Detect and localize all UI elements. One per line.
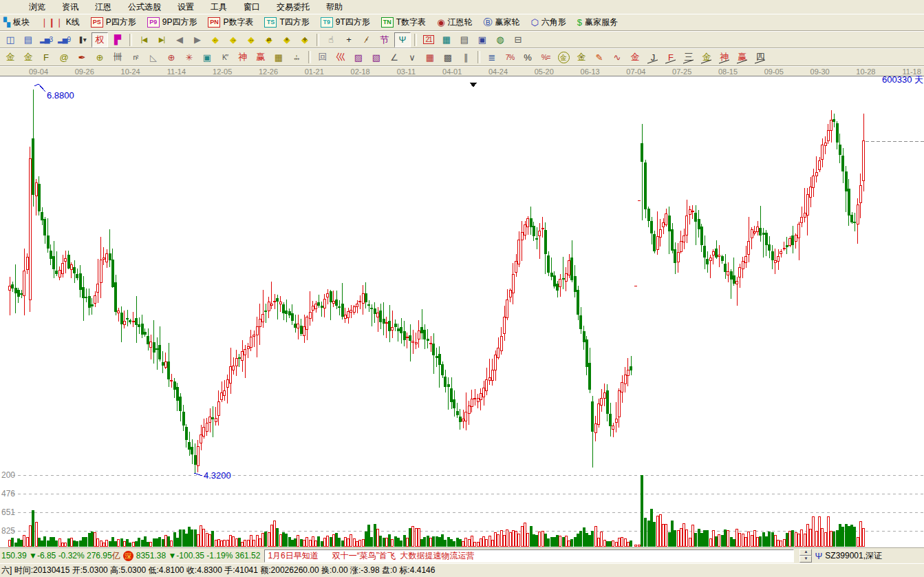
ying-tool-icon[interactable]: 赢 [253, 50, 269, 65]
date-tick-label: 09-30 [805, 67, 835, 76]
zoom-all-icon[interactable]: ◆✳ [279, 32, 295, 48]
angle-gold-icon[interactable]: 金 [698, 50, 715, 65]
fan-box-1-icon[interactable]: ▨ [350, 50, 367, 65]
spin-up-icon[interactable]: ▲ [799, 549, 812, 556]
gold-lines-icon[interactable]: 金= [573, 50, 590, 65]
notepad-icon[interactable]: ▤ [456, 32, 473, 48]
angle-ying-icon[interactable]: 赢 [734, 50, 751, 65]
angle-j-icon[interactable]: J [645, 50, 661, 65]
toolbar-button-9t-square[interactable]: T99T四方形 [319, 16, 372, 29]
fan-red-icon[interactable]: 巛 [332, 50, 349, 65]
grid-dark-icon[interactable]: ▩ [440, 50, 456, 65]
grid-tool-icon[interactable]: ▦ [270, 50, 287, 65]
box-tool-icon[interactable]: 回 [314, 50, 331, 65]
angle-f-icon[interactable]: F [663, 50, 679, 65]
toolbar-button-winner-wheel[interactable]: Ⓑ赢家轮 [481, 16, 522, 30]
toolbar-button-p-number-table[interactable]: PNP数字表 [206, 16, 255, 29]
segment-tool-icon[interactable]: 节 [376, 32, 393, 48]
toolbar-button-hexagon[interactable]: ⬡六角形 [528, 16, 568, 29]
angle-fan-icon[interactable]: ∠ [386, 50, 402, 65]
menu-item-7[interactable]: 窗口 [235, 0, 268, 14]
spiral-icon[interactable]: @ [56, 50, 72, 65]
h-range-icon[interactable]: ↔¦ [288, 50, 305, 65]
spin-down-icon[interactable]: ▼ [799, 556, 812, 563]
toolbar-button-winner-service[interactable]: $赢家服务 [575, 16, 620, 29]
first-page-icon[interactable]: |◀ [136, 32, 152, 48]
square-web-icon[interactable]: ▣ [199, 50, 215, 65]
t-number-table-icon: TN [381, 17, 394, 28]
toolbar-button-p-square[interactable]: PSP四方形 [89, 16, 138, 29]
volume-style-icon[interactable]: ▛ [109, 32, 126, 48]
toolbar-button-gann-wheel[interactable]: ◉江恩轮 [435, 16, 474, 29]
print-icon[interactable]: ⊟ [510, 32, 526, 48]
k-mark-icon[interactable]: K″ [217, 50, 233, 65]
angle-shen-icon[interactable]: 神 [716, 50, 733, 65]
menu-item-1[interactable]: 浏览 [21, 0, 54, 14]
svg-text:6.8800: 6.8800 [47, 90, 74, 101]
calculator-icon[interactable]: ▦ [438, 32, 455, 48]
crosshair-tool-icon[interactable]: + [341, 32, 357, 48]
kline-chart[interactable]: 2004766518256.88004.3200 [0, 76, 924, 547]
n-square-icon[interactable]: n² [127, 50, 144, 65]
prev-page-icon[interactable]: ◀ [171, 32, 188, 48]
gann-gold-1-icon[interactable]: 金 [2, 50, 19, 65]
zoom-wide-icon[interactable]: ◆↔ [243, 32, 259, 48]
percent-icon[interactable]: % [519, 50, 536, 65]
next-page-icon[interactable]: ▶ [189, 32, 206, 48]
angle-si-icon[interactable]: 四 [752, 50, 769, 65]
menu-item-8[interactable]: 交易委托 [268, 0, 318, 14]
pen-icon[interactable]: ✒ [74, 50, 90, 65]
save-icon[interactable]: ▣ [474, 32, 491, 48]
gann-gold-2-icon[interactable]: 金 [20, 50, 36, 65]
price-ruler-icon[interactable]: ≣ [484, 50, 500, 65]
fibonacci-f-icon[interactable]: F [38, 50, 54, 65]
v-wave-icon[interactable]: ∨ [404, 50, 420, 65]
gann-circle-icon[interactable]: ⊕ [92, 50, 108, 65]
menu-item-6[interactable]: 工具 [202, 0, 235, 14]
angle-sail-icon[interactable]: ◺ [145, 50, 162, 65]
menu-item-3[interactable]: 江恩 [87, 0, 120, 14]
ruler-ticks-icon[interactable]: 卌 [109, 50, 126, 65]
smart-tool-icon[interactable]: Ψ [394, 32, 411, 48]
shen-tool-icon[interactable]: 神 [235, 50, 251, 65]
wave-a-icon[interactable]: ∿ [609, 50, 625, 65]
star-web-icon[interactable]: ✳ [181, 50, 197, 65]
toolbar-button-kline[interactable]: ❘❙❘K线 [39, 16, 82, 29]
last-page-icon[interactable]: ▶| [153, 32, 170, 48]
candle-style-icon[interactable]: ❚▾ [74, 32, 90, 48]
zoom-right-icon[interactable]: ◆→ [225, 32, 241, 48]
zoom-narrow-icon[interactable]: ◆⇄ [261, 32, 277, 48]
fan-box-2-icon[interactable]: ▧ [368, 50, 385, 65]
period-9-icon[interactable]: ▂▅9 [56, 32, 72, 48]
parallel-lines-icon[interactable]: ∥ [458, 50, 474, 65]
news-ticker[interactable]: 1月6日早知道 双十一“菜鸟”首飞 大数据提速物流运营 [264, 549, 794, 563]
quote-list-icon[interactable]: ▤ [20, 32, 36, 48]
calendar-icon[interactable]: 21 [420, 32, 437, 48]
gold-circle-icon[interactable]: 金 [555, 50, 572, 65]
kline-canvas[interactable]: 2004766518256.88004.3200 [0, 76, 924, 547]
period-3-icon[interactable]: ▂▅3 [38, 32, 54, 48]
angle-san-icon[interactable]: 三 [680, 50, 697, 65]
percent-slash-icon[interactable]: 7% [502, 50, 518, 65]
pen-plus-icon[interactable]: ✎ [591, 50, 608, 65]
trendline-tool-icon[interactable]: ∕∘ [358, 32, 375, 48]
toolbar-button-t-square[interactable]: TST四方形 [262, 16, 311, 29]
percent-lines-icon[interactable]: %= [537, 50, 554, 65]
exright-icon[interactable]: 权 [92, 32, 108, 48]
menu-item-9[interactable]: 帮助 [318, 0, 351, 14]
gold-red-icon[interactable]: 金 [627, 50, 643, 65]
grid-red-icon[interactable]: ▦ [422, 50, 438, 65]
web-update-icon[interactable]: ◍ [492, 32, 508, 48]
toolbar-button-9p-square[interactable]: P99P四方形 [145, 16, 200, 29]
ticker-spin-control[interactable]: ▲▼ [799, 549, 812, 563]
menu-item-5[interactable]: 设置 [169, 0, 202, 14]
circle-cross-icon[interactable]: ⊕ [163, 50, 180, 65]
toolbar-button-t-number-table[interactable]: TNT数字表 [379, 16, 428, 29]
chart-window-icon[interactable]: ◫ [2, 32, 19, 48]
zoom-left-icon[interactable]: ◆← [207, 32, 224, 48]
menu-item-2[interactable]: 资讯 [54, 0, 87, 14]
hand-tool-icon[interactable]: ☝ [323, 32, 339, 48]
menu-item-4[interactable]: 公式选股 [120, 0, 169, 14]
toolbar-button-blocks[interactable]: ▚板块 [1, 16, 32, 29]
zoom-fit-icon[interactable]: ◆✛ [297, 32, 313, 48]
